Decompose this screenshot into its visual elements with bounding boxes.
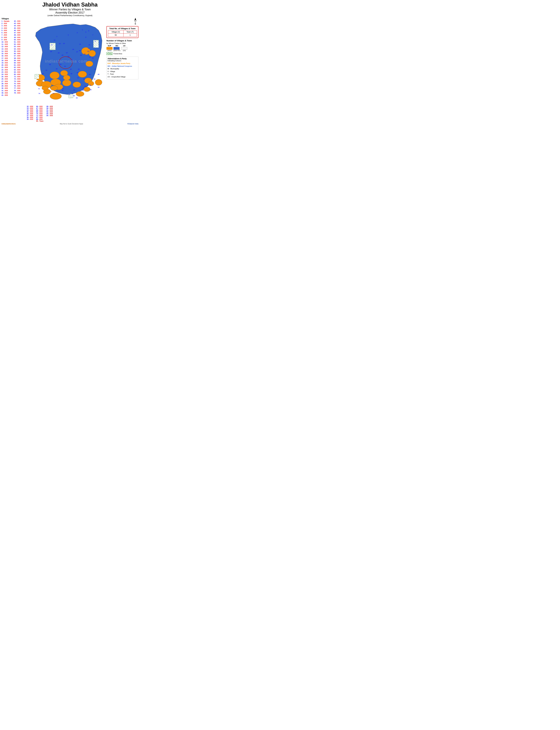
svg-text:53: 53 — [40, 77, 41, 78]
svg-text:14: 14 — [63, 43, 65, 44]
village-entry: 65 - XXX — [14, 73, 26, 76]
village-entry: 88 - XXX — [36, 118, 43, 120]
svg-text:50: 50 — [54, 74, 55, 76]
village-entry: 59 - XXX — [14, 59, 26, 62]
svg-text:11: 11 — [88, 47, 90, 49]
north-arrow-icon: N — [132, 17, 138, 25]
abbr-title: Abbreviations & Party — [108, 58, 137, 60]
svg-text:88: 88 — [84, 85, 86, 87]
village-entry: 11 - XXX — [2, 43, 13, 45]
village-entry: 91 - XXX — [47, 109, 53, 111]
village-entry: 22 - XXX — [2, 69, 13, 71]
town-label: Town (T) — [123, 30, 137, 34]
village-entry: 17 - XXX — [2, 57, 13, 59]
svg-text:61: 61 — [97, 81, 99, 83]
svg-text:41: 41 — [63, 72, 65, 73]
bottom-col1: 32 - XXX33 - XXX34 - XXX35 - XXX36 - XXX… — [27, 106, 33, 122]
map-container: 1 2 3 4 5 6 7 8 9 10 11 12 13 14 15 16 1 — [27, 17, 106, 105]
svg-text:68: 68 — [58, 86, 60, 87]
svg-text:19: 19 — [72, 49, 74, 50]
village-entry: 1 - Garadu — [2, 20, 13, 22]
village-entry: 4 - XXX — [2, 27, 13, 29]
right-panel: N Total No. of Villages & Town Village (… — [106, 17, 138, 122]
svg-text:86: 86 — [82, 89, 84, 91]
village-entry: 45 - XXX — [14, 27, 26, 29]
total-villages-box: Total No. of Villages & Town Village (V)… — [106, 26, 138, 38]
svg-marker-144 — [134, 18, 136, 21]
village-entry: 26 - XXX — [2, 78, 13, 80]
svg-text:66: 66 — [66, 82, 68, 83]
inc-count: (XXV+XT) — [113, 50, 120, 51]
uv-legend: UV (1V) — [121, 45, 127, 51]
page: Jhalod Vidhan Sabha Winner Parties by Vi… — [0, 0, 140, 183]
village-entry: 55 - XXX — [14, 50, 26, 52]
village-entry: 79 - XXX — [14, 92, 26, 94]
village-entry: 51 - XXX — [14, 41, 26, 43]
svg-text:81: 81 — [71, 93, 73, 94]
svg-text:60: 60 — [98, 73, 100, 75]
svg-text:2: 2 — [68, 34, 69, 36]
svg-text:39: 39 — [56, 68, 58, 70]
svg-text:73: 73 — [38, 88, 40, 90]
svg-text:25: 25 — [84, 53, 86, 55]
svg-text:21: 21 — [85, 50, 87, 52]
village-entry: 54 - XXX — [14, 48, 26, 50]
village-entry: 9 - XXX — [2, 39, 13, 41]
svg-text:71: 71 — [44, 87, 46, 89]
village-entry: 3 - XXX — [2, 25, 13, 27]
village-entry: 93 - XXX — [47, 113, 53, 115]
svg-text:57: 57 — [77, 77, 79, 79]
svg-text:64: 64 — [87, 80, 89, 81]
svg-text:52: 52 — [42, 73, 44, 75]
village-entry: 77 - XXX — [14, 87, 26, 89]
village-entry: 18 - XXX — [2, 59, 13, 62]
svg-text:6: 6 — [88, 30, 89, 32]
abbr-subtitle: Indicating Colours:- — [108, 60, 137, 62]
svg-text:70: 70 — [53, 87, 55, 89]
village-entry: 16 - XXX — [2, 55, 13, 57]
village-entry: 20 - XXX — [2, 64, 13, 66]
village-entry: 8 - XXX — [2, 36, 13, 39]
bjp-count: (XXV) — [106, 50, 113, 51]
svg-text:84: 84 — [76, 97, 78, 99]
svg-text:18: 18 — [66, 52, 68, 54]
village-entry: 33 - XXX — [27, 107, 33, 109]
svg-text:49: 49 — [71, 73, 72, 75]
village-entry: 70 - XXX — [36, 113, 43, 115]
svg-text:4: 4 — [82, 29, 83, 31]
svg-text:72: 72 — [39, 82, 41, 84]
village-entry: 50 - XXX — [14, 39, 26, 41]
bjp-label: BJP — [106, 45, 113, 47]
svg-text:36: 36 — [64, 65, 66, 67]
party-color-row: BJP (XXV) INC (XXV+XT) UV (1V) — [106, 45, 138, 51]
svg-text:20: 20 — [79, 50, 81, 51]
svg-text:24: 24 — [89, 56, 91, 58]
village-list: 1 - Garadu2 - XXX3 - XXX4 - XXX5 - XXX6 … — [2, 20, 26, 96]
inc-legend: INC (XXV+XT) — [113, 45, 120, 51]
svg-text:90: 90 — [85, 90, 87, 92]
village-entry: 69 - XXX — [36, 111, 43, 113]
svg-text:63: 63 — [91, 82, 92, 84]
village-entry: 53 - XXX — [14, 45, 26, 48]
village-entry: 10 - XXX — [2, 41, 13, 43]
svg-text:91: 91 — [89, 84, 91, 86]
village-entry: 32 - XXX — [27, 106, 33, 107]
village-entry: 2 - XXX — [2, 22, 13, 25]
village-entry: 23 - XXX — [2, 71, 13, 73]
village-entry: 28 - XXX — [2, 83, 13, 85]
abbr-bjp-text: BJP - Bharatiya Janata Party — [108, 63, 130, 64]
svg-text:23: 23 — [92, 57, 94, 59]
village-entry: 87 - XXX — [36, 117, 43, 118]
main-content: Villages 1 - Garadu2 - XXX3 - XXX4 - XXX… — [2, 17, 138, 122]
svg-text:22: 22 — [91, 52, 93, 54]
village-label: Village (V) — [108, 30, 123, 34]
svg-text:27: 27 — [76, 51, 78, 53]
subtitle1: Winner Parties by Villages & Town — [2, 8, 138, 11]
village-entry: 40 - XXX — [2, 92, 13, 94]
bottom-col2: 66 - XXX67 - XXX68 - XXX69 - XXX70 - XXX… — [36, 106, 43, 122]
svg-text:42: 42 — [70, 68, 72, 70]
uv-label: UV — [121, 45, 127, 47]
svg-text:74: 74 — [38, 93, 40, 94]
svg-text:40: 40 — [60, 64, 62, 65]
village-entry: 36 - XXX — [27, 113, 33, 115]
